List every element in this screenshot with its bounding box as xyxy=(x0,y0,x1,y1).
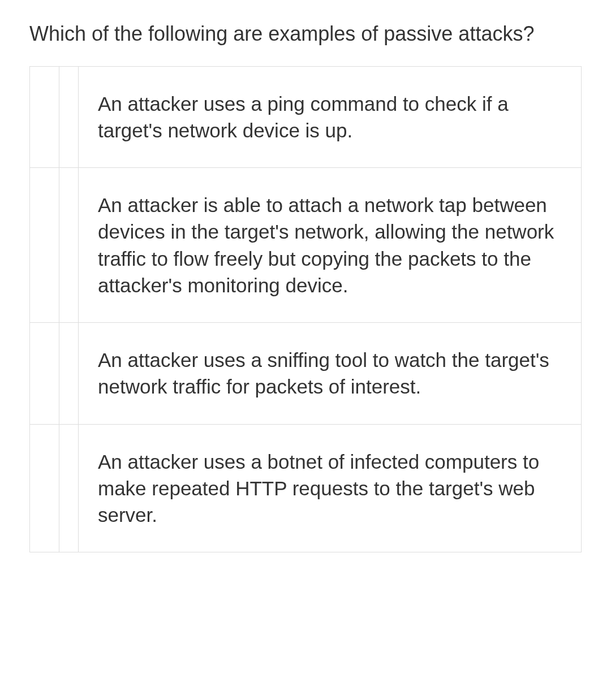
option-spacer-cell xyxy=(59,323,79,425)
option-row[interactable]: An attacker uses a botnet of infected co… xyxy=(30,424,582,552)
option-row[interactable]: An attacker is able to attach a network … xyxy=(30,168,582,323)
option-checkbox-cell[interactable] xyxy=(30,168,59,323)
option-spacer-cell xyxy=(59,424,79,552)
option-spacer-cell xyxy=(59,168,79,323)
option-checkbox-cell[interactable] xyxy=(30,323,59,425)
option-spacer-cell xyxy=(59,66,79,168)
question-text: Which of the following are examples of p… xyxy=(29,20,582,48)
option-checkbox-cell[interactable] xyxy=(30,66,59,168)
option-text: An attacker is able to attach a network … xyxy=(79,168,582,323)
option-row[interactable]: An attacker uses a ping command to check… xyxy=(30,66,582,168)
option-text: An attacker uses a sniffing tool to watc… xyxy=(79,323,582,425)
option-text: An attacker uses a ping command to check… xyxy=(79,66,582,168)
option-text: An attacker uses a botnet of infected co… xyxy=(79,424,582,552)
option-checkbox-cell[interactable] xyxy=(30,424,59,552)
options-table: An attacker uses a ping command to check… xyxy=(29,66,582,553)
option-row[interactable]: An attacker uses a sniffing tool to watc… xyxy=(30,323,582,425)
